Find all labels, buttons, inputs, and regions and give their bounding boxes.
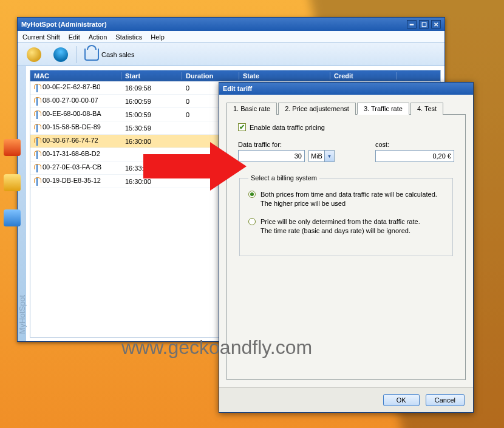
nav-ticket-icon[interactable] (4, 174, 21, 191)
tab-3[interactable]: 4. Test (410, 103, 443, 115)
person-icon (53, 47, 68, 62)
titlebar: MyHotSpot (Administrator) ━ ☐ ✕ (18, 18, 444, 31)
maximize-button[interactable]: ☐ (419, 20, 429, 29)
window-title: MyHotSpot (Administrator) (21, 21, 107, 28)
antenna-icon (34, 151, 40, 159)
basket-icon (84, 49, 99, 61)
cost-input[interactable] (375, 150, 454, 162)
menubar: Current Shift Edit Action Statistics Hel… (18, 31, 444, 43)
col-credit[interactable]: Credit (330, 72, 397, 80)
radio-icon (248, 218, 256, 225)
menu-edit[interactable]: Edit (69, 33, 80, 41)
ok-button[interactable]: OK (383, 394, 420, 406)
col-state[interactable]: State (239, 72, 330, 80)
dialog-titlebar: Edit tariff (219, 83, 473, 95)
menu-current-shift[interactable]: Current Shift (22, 33, 60, 41)
radio-label: Price will be only determined from the d… (261, 217, 420, 236)
col-mac[interactable]: MAC (30, 72, 121, 80)
enable-traffic-label: Enable data traffic pricing (250, 124, 325, 131)
cash-sales-label: Cash sales (101, 51, 134, 58)
traffic-amount-input[interactable] (238, 150, 305, 162)
antenna-icon (34, 124, 40, 132)
tab-0[interactable]: 1. Basic rate (226, 103, 277, 115)
billing-system-fieldset: Select a billing system Both prices from… (239, 174, 453, 256)
col-duration[interactable]: Duration (182, 72, 239, 80)
enable-traffic-checkbox[interactable]: ✔ Enable data traffic pricing (238, 123, 454, 131)
brand-text: MyHotSpot (18, 295, 27, 334)
checkbox-icon: ✔ (238, 123, 246, 131)
toolbar-user-button[interactable] (49, 45, 72, 64)
traffic-unit-select[interactable]: MiB ▼ (308, 150, 335, 162)
billing-radio-1[interactable]: Price will be only determined from the d… (248, 217, 444, 236)
dialog-title: Edit tariff (223, 85, 252, 92)
tab-2[interactable]: 3. Traffic rate (357, 103, 409, 115)
billing-radio-0[interactable]: Both prices from time and data traffic r… (248, 190, 444, 209)
close-button[interactable]: ✕ (431, 20, 441, 29)
cancel-button[interactable]: Cancel (426, 394, 465, 406)
minimize-button[interactable]: ━ (407, 20, 417, 29)
money-icon (27, 47, 41, 62)
left-nav: MyHotSpot (18, 66, 26, 341)
nav-antenna-icon[interactable] (4, 139, 21, 156)
menu-action[interactable]: Action (89, 33, 107, 41)
antenna-icon (34, 177, 40, 186)
menu-statistics[interactable]: Statistics (115, 33, 142, 41)
cost-label: cost: (375, 141, 454, 148)
edit-tariff-dialog: Edit tariff 1. Basic rate2. Price adjust… (219, 82, 474, 413)
radio-label: Both prices from time and data traffic r… (261, 190, 437, 209)
antenna-icon (34, 137, 40, 146)
cash-sales-button[interactable]: Cash sales (80, 46, 138, 63)
toolbar-money-button[interactable] (22, 45, 46, 64)
toolbar: Cash sales (18, 43, 444, 66)
fieldset-legend: Select a billing system (248, 174, 319, 182)
traffic-for-label: Data traffic for: (238, 141, 341, 148)
menu-help[interactable]: Help (151, 33, 165, 41)
antenna-icon (34, 110, 40, 119)
nav-clock-icon[interactable] (4, 209, 21, 226)
antenna-icon (34, 97, 40, 106)
radio-icon (248, 191, 256, 198)
antenna-icon (34, 84, 40, 92)
tab-1[interactable]: 2. Price adjustemenst (278, 103, 356, 115)
chevron-down-icon: ▼ (325, 150, 335, 162)
antenna-icon (34, 164, 40, 172)
traffic-unit-value: MiB (308, 150, 325, 162)
col-start[interactable]: Start (121, 72, 182, 80)
